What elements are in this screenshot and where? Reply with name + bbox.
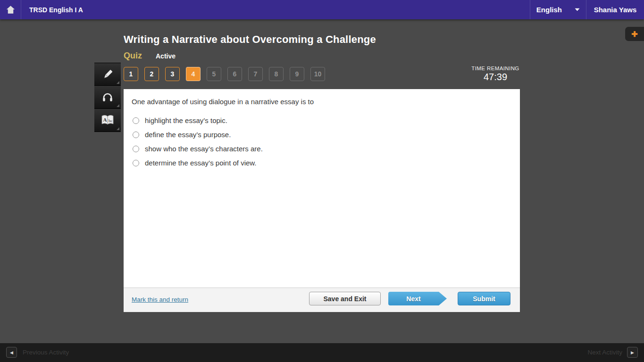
answer-options: highlight the essay’s topic. define the … (132, 116, 512, 167)
answer-option-1[interactable]: highlight the essay’s topic. (132, 116, 512, 124)
headphones-icon (100, 90, 115, 104)
home-icon (5, 4, 16, 15)
language-dropdown[interactable]: English (530, 0, 586, 19)
next-arrow-icon: ▶ (631, 350, 634, 355)
radio-button[interactable] (133, 132, 139, 138)
lesson-title: Writing a Narrative about Overcoming a C… (124, 33, 376, 46)
answer-option-2[interactable]: define the essay’s purpose. (132, 131, 512, 139)
next-question-button[interactable]: Next (388, 292, 447, 305)
svg-text:bc: bc (109, 118, 113, 123)
answer-option-3[interactable]: show who the essay’s characters are. (132, 145, 512, 153)
question-nav-button-10: 10 (310, 67, 325, 81)
add-side-tab[interactable]: ✚ (625, 27, 644, 41)
submit-button[interactable]: Submit (458, 292, 510, 305)
answer-option-text: show who the essay’s characters are. (145, 145, 263, 153)
timer-label: TIME REMAINING (469, 66, 521, 71)
next-activity-label: Next Activity (587, 343, 622, 362)
answer-option-text: define the essay’s purpose. (145, 131, 231, 139)
top-bar: TRSD English I A English Shania Yaws (0, 0, 644, 19)
question-nav: 1 2 3 4 5 6 7 8 9 10 (124, 67, 325, 81)
glossary-tool-button[interactable]: A bc (94, 109, 121, 132)
lesson-type-label: Quiz (124, 51, 142, 61)
question-card-footer: Mark this and return Save and Exit Next … (124, 288, 520, 312)
question-nav-button-9: 9 (290, 67, 304, 81)
question-nav-button-2[interactable]: 2 (144, 67, 159, 81)
activity-nav-bar: ◀ Previous Activity Next Activity ▶ (0, 343, 644, 362)
question-nav-button-1[interactable]: 1 (124, 67, 138, 81)
question-nav-button-4[interactable]: 4 (186, 67, 201, 81)
highlighter-icon (100, 67, 115, 82)
question-nav-button-7: 7 (248, 67, 263, 81)
audio-tool-button[interactable] (94, 86, 121, 109)
radio-button[interactable] (133, 117, 139, 124)
svg-text:A: A (103, 117, 107, 123)
save-and-exit-button[interactable]: Save and Exit (309, 292, 381, 305)
answer-option-text: highlight the essay’s topic. (145, 116, 227, 124)
course-title: TRSD English I A (29, 6, 83, 14)
answer-option-4[interactable]: determine the essay’s point of view. (132, 159, 512, 167)
question-card: One advantage of using dialogue in a nar… (124, 89, 520, 312)
question-prompt: One advantage of using dialogue in a nar… (132, 98, 512, 106)
user-menu[interactable]: Shania Yaws (586, 0, 644, 19)
home-button[interactable] (0, 0, 21, 19)
plus-icon: ✚ (631, 30, 637, 39)
time-remaining: TIME REMAINING 47:39 (469, 66, 521, 82)
radio-button[interactable] (133, 160, 139, 166)
previous-activity-label: Previous Activity (23, 343, 69, 362)
question-nav-button-3[interactable]: 3 (165, 67, 180, 81)
previous-arrow-icon: ◀ (10, 350, 13, 355)
timer-value: 47:39 (469, 72, 521, 82)
question-card-body: One advantage of using dialogue in a nar… (124, 89, 520, 288)
question-nav-button-5: 5 (207, 67, 221, 81)
radio-button[interactable] (133, 146, 139, 152)
chevron-down-icon (575, 8, 580, 11)
lesson-status-badge: Active (156, 52, 176, 60)
question-nav-button-8: 8 (269, 67, 284, 81)
highlighter-tool-button[interactable] (94, 63, 121, 86)
mark-and-return-link[interactable]: Mark this and return (132, 296, 188, 303)
tool-rail: A bc (94, 63, 121, 132)
next-activity-button[interactable]: ▶ (627, 347, 638, 358)
answer-option-text: determine the essay’s point of view. (145, 159, 257, 167)
previous-activity-button[interactable]: ◀ (6, 347, 17, 358)
user-name: Shania Yaws (594, 6, 637, 14)
language-label: English (536, 6, 562, 14)
question-nav-button-6: 6 (227, 67, 242, 81)
lesson-meta: Quiz Active (124, 51, 176, 61)
glossary-icon: A bc (100, 113, 115, 127)
